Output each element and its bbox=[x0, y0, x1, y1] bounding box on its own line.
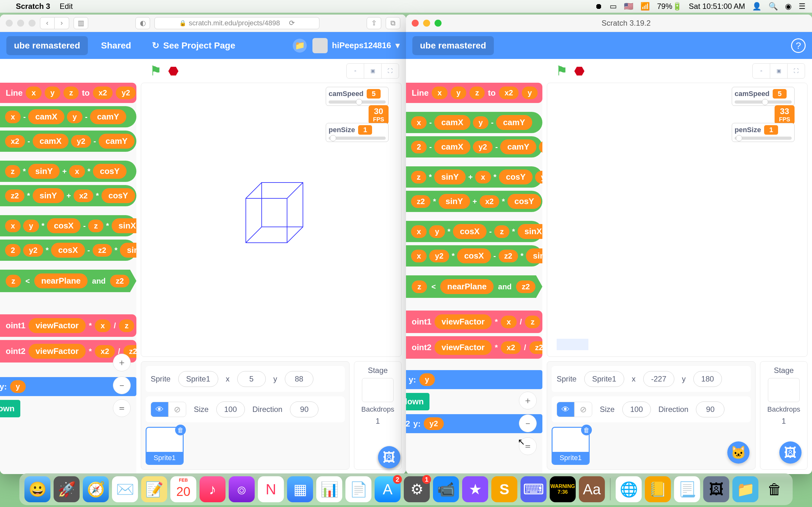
fullscreen-button[interactable]: ⛶ bbox=[787, 63, 805, 78]
forward-button[interactable]: › bbox=[55, 17, 69, 29]
add-backdrop-button[interactable]: 🖼 bbox=[378, 446, 400, 468]
warning-icon[interactable]: WARNING7:36 bbox=[550, 476, 576, 502]
airplay-icon[interactable]: ▭ bbox=[610, 2, 617, 11]
wifi-icon[interactable]: 📶 bbox=[641, 2, 650, 11]
add-sprite-button[interactable]: 🐱 bbox=[727, 441, 750, 464]
traffic-lights[interactable] bbox=[6, 20, 36, 26]
sprite-x-input[interactable]: -227 bbox=[643, 371, 674, 387]
safari-icon[interactable]: 🧭 bbox=[83, 476, 109, 502]
delete-sprite-icon[interactable]: 🗑 bbox=[581, 425, 592, 435]
folder-icon[interactable]: 📁 bbox=[293, 39, 307, 53]
music-icon[interactable]: ♪ bbox=[200, 476, 225, 502]
reload-icon[interactable]: ⟳ bbox=[289, 19, 295, 27]
zoom-icon[interactable]: 📹 bbox=[433, 476, 459, 502]
user-menu[interactable]: hiPeeps124816 ▾ bbox=[312, 38, 400, 53]
show-sprite-button[interactable]: 👁 bbox=[151, 402, 168, 417]
sprite-card[interactable]: 🗑 Sprite1 bbox=[552, 427, 590, 465]
sprite-direction-input[interactable]: 90 bbox=[696, 401, 724, 417]
preview-icon[interactable]: 🖼 bbox=[703, 476, 729, 502]
hide-sprite-button[interactable]: ⊘ bbox=[574, 402, 592, 417]
tabs-button[interactable]: ⧉ bbox=[386, 17, 400, 29]
mail-icon[interactable]: ✉️ bbox=[112, 476, 138, 502]
stage-canvas[interactable]: camSpeed5 30FPS penSize1 bbox=[141, 83, 402, 357]
news-icon[interactable]: N bbox=[258, 476, 284, 502]
back-button[interactable]: ‹ bbox=[40, 17, 55, 29]
podcasts-icon[interactable]: ⌾ bbox=[229, 476, 255, 502]
numbers-icon[interactable]: 📊 bbox=[316, 476, 342, 502]
camspeed-monitor[interactable]: camSpeed5 bbox=[326, 87, 389, 106]
battery-status[interactable]: 79% 🔋 bbox=[657, 2, 681, 11]
trash-icon[interactable]: 🗑 bbox=[762, 476, 788, 502]
textedit-icon[interactable]: 📃 bbox=[674, 476, 700, 502]
launchpad-icon[interactable]: 🚀 bbox=[54, 476, 80, 502]
sprite-name-input[interactable]: Sprite1 bbox=[178, 371, 218, 387]
notifications-icon[interactable]: ☰ bbox=[799, 2, 806, 11]
flag-icon[interactable]: 🇺🇸 bbox=[624, 2, 633, 11]
finder-icon[interactable]: 😀 bbox=[24, 476, 50, 502]
small-stage-button[interactable]: ▫ bbox=[346, 63, 364, 78]
show-sprite-button[interactable]: 👁 bbox=[557, 402, 574, 417]
code-area[interactable]: Line xyz tox2y x-camX y-camY 2-camX y2-c… bbox=[406, 83, 542, 474]
settings-icon[interactable]: ⚙1 bbox=[404, 476, 430, 502]
dictionary-icon[interactable]: Aa bbox=[579, 476, 605, 502]
sprite-size-input[interactable]: 100 bbox=[622, 401, 651, 417]
share-button[interactable]: ⇪ bbox=[367, 17, 381, 29]
stage-thumbnail[interactable] bbox=[768, 378, 800, 402]
sprite-panel: Sprite Sprite1 x 5 y 88 👁 ⊘ Size 100 bbox=[141, 361, 350, 469]
spotlight-icon[interactable]: 🔍 bbox=[768, 2, 778, 11]
address-bar[interactable]: 🔒 scratch.mit.edu/projects/4898 ⟳ bbox=[154, 17, 319, 29]
help-button[interactable]: ? bbox=[791, 38, 806, 53]
stop-button[interactable]: ⬣ bbox=[574, 64, 585, 78]
sprite-size-input[interactable]: 100 bbox=[216, 401, 245, 417]
see-project-page[interactable]: ↻ See Project Page bbox=[144, 36, 243, 55]
calendar-icon[interactable]: FEB 20 bbox=[170, 476, 196, 502]
sprite-direction-input[interactable]: 90 bbox=[290, 401, 318, 417]
sprite-x-input[interactable]: 5 bbox=[237, 371, 266, 387]
screen-record-icon[interactable]: ⏺ bbox=[595, 2, 603, 11]
app-name[interactable]: Scratch 3 bbox=[16, 2, 50, 11]
project-title[interactable]: ube remastered bbox=[412, 36, 494, 55]
zoom-in-button[interactable]: ＋ bbox=[113, 354, 131, 372]
screenshot-icon[interactable]: ▦ bbox=[287, 476, 313, 502]
fullscreen-button[interactable]: ⛶ bbox=[381, 63, 399, 78]
chrome-icon[interactable]: 🌐 bbox=[616, 476, 642, 502]
menu-edit[interactable]: Edit bbox=[60, 2, 72, 11]
pages-icon[interactable]: 📄 bbox=[345, 476, 371, 502]
project-title[interactable]: ube remastered bbox=[6, 36, 88, 55]
appstore-icon[interactable]: A2 bbox=[374, 476, 401, 502]
green-flag[interactable]: ⚑ bbox=[150, 63, 162, 78]
imovie-icon[interactable]: ★ bbox=[462, 476, 488, 502]
stop-button[interactable]: ⬣ bbox=[168, 64, 179, 78]
add-backdrop-button[interactable]: 🖼 bbox=[779, 441, 802, 464]
sprite-y-input[interactable]: 88 bbox=[285, 371, 313, 387]
downloads-icon[interactable]: 📁 bbox=[732, 476, 758, 502]
delete-sprite-icon[interactable]: 🗑 bbox=[175, 425, 186, 435]
stage-thumbnail[interactable] bbox=[362, 378, 394, 402]
sprite-card[interactable]: 🗑 Sprite1 bbox=[146, 427, 184, 465]
sprite-name-input[interactable]: Sprite1 bbox=[584, 371, 624, 387]
scratch-icon[interactable]: S bbox=[491, 476, 517, 502]
zoom-out-button[interactable]: － bbox=[519, 414, 537, 432]
stickies-icon[interactable]: 📒 bbox=[645, 476, 671, 502]
small-stage-button[interactable]: ▫ bbox=[752, 63, 770, 78]
notes-icon[interactable]: 📝 bbox=[141, 476, 167, 502]
traffic-lights[interactable] bbox=[412, 20, 442, 26]
sprite-y-input[interactable]: 180 bbox=[693, 371, 722, 387]
user-switch-icon[interactable]: 👤 bbox=[752, 2, 762, 11]
pensize-monitor[interactable]: penSize1 bbox=[326, 123, 389, 142]
pensize-monitor[interactable]: penSize1 bbox=[732, 123, 795, 142]
siri-icon[interactable]: ◉ bbox=[785, 2, 792, 11]
large-stage-button[interactable]: ▣ bbox=[770, 63, 788, 78]
green-flag[interactable]: ⚑ bbox=[556, 63, 568, 78]
stage-canvas[interactable]: camSpeed5 33FPS penSize1 bbox=[547, 83, 808, 357]
discord-icon[interactable]: ⌨ bbox=[520, 476, 547, 502]
zoom-in-button[interactable]: ＋ bbox=[519, 392, 537, 409]
code-area[interactable]: Line xyz tox2y2 x-camX y-camY x2-camX y2… bbox=[0, 83, 136, 474]
hide-sprite-button[interactable]: ⊘ bbox=[168, 402, 186, 417]
reader-button[interactable]: ◐ bbox=[136, 17, 150, 29]
large-stage-button[interactable]: ▣ bbox=[364, 63, 382, 78]
camspeed-monitor[interactable]: camSpeed5 bbox=[732, 87, 795, 106]
zoom-reset-button[interactable]: ＝ bbox=[113, 399, 131, 417]
sidebar-button[interactable]: ▥ bbox=[73, 17, 88, 29]
zoom-out-button[interactable]: － bbox=[113, 377, 131, 394]
